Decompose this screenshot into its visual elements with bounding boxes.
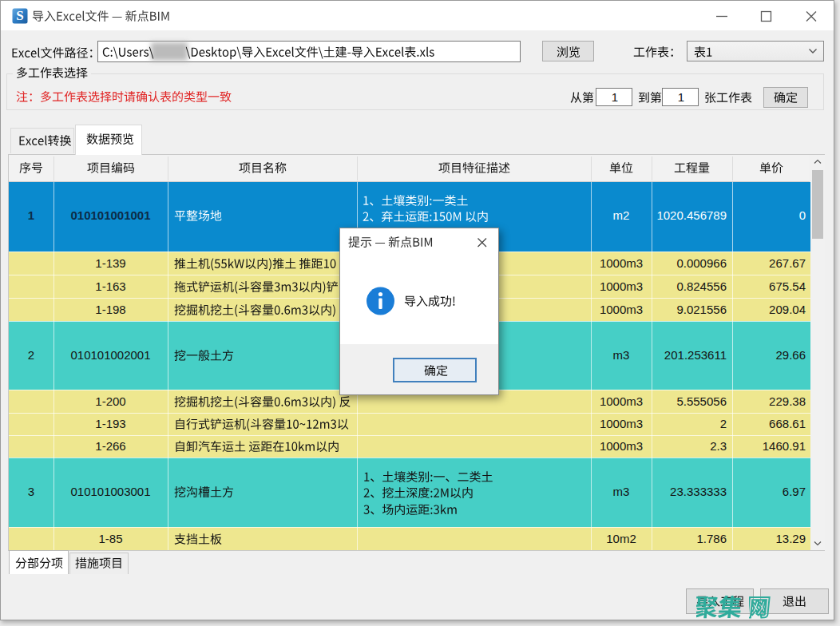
svg-text:S: S (16, 8, 23, 23)
